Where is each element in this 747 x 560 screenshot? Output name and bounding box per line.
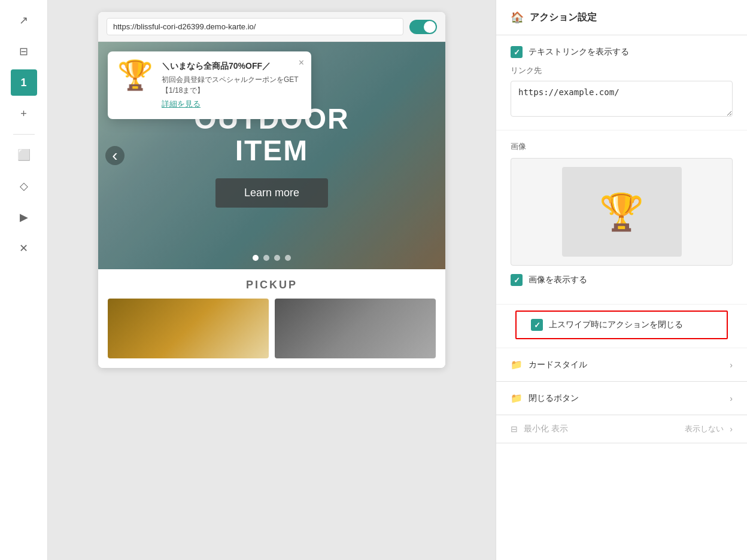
text-link-checkbox[interactable]	[511, 46, 523, 58]
close-on-swipe-label: 上スワイプ時にアクションを閉じる	[549, 319, 683, 330]
text-link-checkbox-row: テキストリンクを表示する	[511, 46, 733, 58]
hero-dot-4[interactable]	[285, 255, 291, 261]
main-canvas: 🏆 ＼いまなら全商品70%OFF／ 初回会員登録でスペシャルクーポンをGET【1…	[48, 0, 496, 560]
hero-learn-more-button[interactable]: Learn more	[215, 178, 328, 208]
minimize-value: 表示しない	[685, 424, 724, 434]
panel-header: 🏠 アクション設定	[496, 0, 747, 35]
trophy-emoji: 🏆	[117, 61, 153, 90]
image-preview-trophy: 🏆	[562, 167, 682, 257]
hero-dots	[253, 255, 291, 261]
image-section-label: 画像	[511, 141, 733, 152]
minimize-label: 最小化 表示	[524, 424, 679, 434]
address-input[interactable]	[107, 18, 403, 35]
card-style-row[interactable]: 📁 カードスタイル ›	[496, 348, 747, 382]
popup-overlay: 🏆 ＼いまなら全商品70%OFF／ 初回会員登録でスペシャルクーポンをGET【1…	[98, 42, 445, 269]
left-sidebar: ↗ ⊟ 1 + ⬜ ◇ ▶ ✕	[0, 0, 48, 560]
video-icon[interactable]: ▶	[11, 204, 37, 230]
popup-close-button[interactable]: ×	[299, 57, 304, 68]
panel-home-icon: 🏠	[511, 11, 524, 24]
close-button-label: 閉じるボタン	[529, 393, 724, 404]
arrow-icon[interactable]: ↗	[11, 7, 37, 34]
pickup-grid	[108, 299, 436, 358]
hero-dot-1[interactable]	[253, 255, 259, 261]
hero-dot-3[interactable]	[274, 255, 280, 261]
popup-link[interactable]: 詳細を見る	[162, 99, 201, 108]
show-image-checkbox-row: 画像を表示する	[511, 274, 733, 286]
popup-title: ＼いまなら全商品70%OFF／	[162, 61, 302, 72]
image-preview-box: 🏆	[511, 158, 733, 266]
popup-card: 🏆 ＼いまなら全商品70%OFF／ 初回会員登録でスペシャルクーポンをGET【1…	[108, 51, 311, 119]
close-on-swipe-row: 上スワイプ時にアクションを閉じる	[515, 311, 728, 339]
card-style-icon: 📁	[511, 359, 523, 370]
device-icon[interactable]: ⬜	[11, 142, 37, 168]
close-button-chevron: ›	[730, 394, 733, 403]
pickup-item-2	[275, 299, 436, 358]
close-on-swipe-checkbox[interactable]	[531, 319, 543, 331]
sidebar-divider	[13, 134, 35, 135]
link-url-input[interactable]	[511, 81, 733, 117]
card-style-chevron: ›	[730, 360, 733, 370]
hero-dot-2[interactable]	[263, 255, 269, 261]
show-image-checkbox[interactable]	[511, 274, 523, 286]
link-field-label: リンク先	[511, 65, 733, 76]
layers-icon[interactable]: ⊟	[11, 38, 37, 65]
browser-address-bar	[98, 12, 445, 42]
text-link-section: テキストリンクを表示する リンク先	[496, 35, 747, 130]
card-style-label: カードスタイル	[529, 360, 724, 370]
page-number-button[interactable]: 1	[11, 69, 37, 96]
hero-nav-left[interactable]: ‹	[105, 146, 124, 165]
expand-icon[interactable]: ✕	[11, 235, 37, 261]
popup-content: ＼いまなら全商品70%OFF／ 初回会員登録でスペシャルクーポンをGET【1/1…	[162, 61, 302, 109]
pickup-title: PICKUP	[108, 279, 436, 291]
shapes-icon[interactable]: ◇	[11, 173, 37, 199]
preview-toggle[interactable]	[409, 20, 437, 34]
text-link-checkbox-label: テキストリンクを表示する	[529, 47, 629, 57]
panel-header-title: アクション設定	[530, 11, 597, 24]
image-section: 画像 🏆 画像を表示する	[496, 130, 747, 305]
right-panel: 🏠 アクション設定 テキストリンクを表示する リンク先 画像 🏆 画像を表示する…	[496, 0, 747, 560]
minimize-chevron: ›	[730, 424, 733, 434]
pickup-section: PICKUP	[98, 269, 445, 368]
close-button-row[interactable]: 📁 閉じるボタン ›	[496, 382, 747, 415]
close-swipe-wrapper: 上スワイプ時にアクションを閉じる	[496, 305, 747, 348]
close-button-icon: 📁	[511, 392, 523, 404]
minimize-icon: ⊟	[511, 424, 518, 434]
show-image-label: 画像を表示する	[529, 275, 587, 285]
browser-mockup: 🏆 ＼いまなら全商品70%OFF／ 初回会員登録でスペシャルクーポンをGET【1…	[98, 12, 445, 368]
pickup-item-1	[108, 299, 269, 358]
minimize-row[interactable]: ⊟ 最小化 表示 表示しない ›	[496, 415, 747, 443]
add-page-button[interactable]: +	[11, 101, 37, 127]
popup-description: 初回会員登録でスペシャルクーポンをGET【1/18まで】	[162, 74, 302, 96]
